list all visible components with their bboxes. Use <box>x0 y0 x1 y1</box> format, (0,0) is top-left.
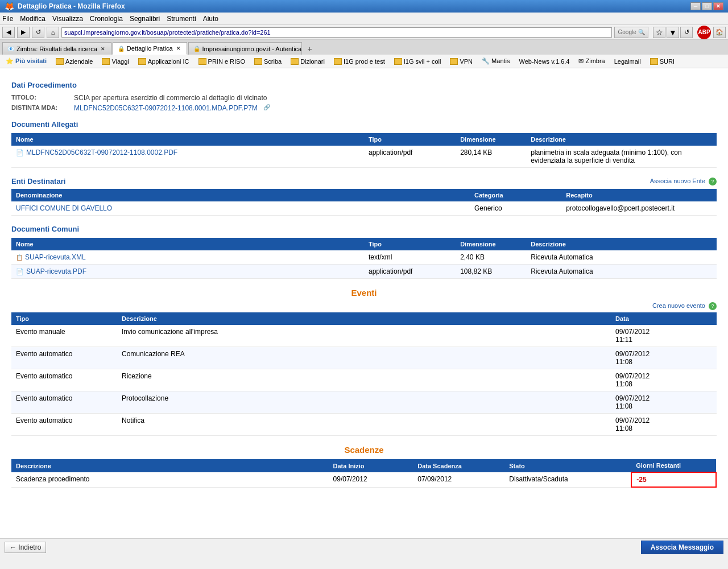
bookmark-piu-visitati[interactable]: ⭐ Più visitati <box>2 57 50 65</box>
doc-comuni-header: Documenti Comuni <box>11 225 717 233</box>
bookmark-button[interactable]: ☆ <box>653 27 665 38</box>
associa-ente-link[interactable]: Associa nuovo Ente <box>650 178 705 184</box>
col-nome-allegati: Nome <box>11 133 364 146</box>
bookmark-viaggi[interactable]: Viaggi <box>98 57 132 65</box>
menu-aiuto[interactable]: Aiuto <box>203 15 218 23</box>
associa-messaggio-button[interactable]: Associa Messaggio <box>641 541 723 554</box>
new-tab-button[interactable]: + <box>304 43 316 55</box>
bookmark-webnews[interactable]: Web-News v.1.6.4 <box>516 57 573 65</box>
menu-visualizza[interactable]: Visualizza <box>52 15 83 23</box>
bookmark-star[interactable]: ▼ <box>667 27 679 38</box>
comune-dim-cell-1: 2,40 KB <box>456 250 526 265</box>
evento-data-5: 09/07/201211:08 <box>611 414 717 436</box>
browser-icon: 🦊 <box>5 2 14 11</box>
tab-close-dettaglio[interactable]: ✕ <box>175 45 182 52</box>
col-categoria: Categoria <box>470 189 561 201</box>
tab-zimbra[interactable]: 📧 Zimbra: Risultati della ricerca ✕ <box>2 42 111 55</box>
dati-procedimento-header: Dati Procedimento <box>11 81 717 89</box>
titolo-value: SCIA per apertura esercizio di commercio… <box>74 94 267 102</box>
menu-bar: File Modifica Visualizza Cronologia Segn… <box>0 13 728 25</box>
ente-recapito-cell: protocollogavello@pcert.postecert.it <box>561 201 717 216</box>
search-button[interactable]: Google 🔍 <box>614 27 648 38</box>
table-row: 📄 MLDFNC52D05C632T-09072012-1108.0002.PD… <box>11 146 717 168</box>
abp-icon[interactable]: ABP <box>697 26 711 39</box>
title-bar: 🦊 Dettaglio Pratica - Mozilla Firefox ─ … <box>0 0 728 13</box>
scadenze-table: Descrizione Data Inizio Data Scadenza St… <box>11 459 717 488</box>
refresh-button[interactable]: ↺ <box>680 27 693 38</box>
menu-segnalibri[interactable]: Segnalibri <box>130 15 160 23</box>
col-denominazione: Denominazione <box>11 189 470 201</box>
back-button[interactable]: ◀ <box>2 27 15 38</box>
col-tipo-comuni: Tipo <box>364 238 456 250</box>
table-row: Evento automatico Ricezione 09/07/201211… <box>11 369 717 391</box>
bookmark-aziendale[interactable]: Aziendale <box>52 57 96 65</box>
main-content: Dati Procedimento TITOLO: SCIA per apert… <box>0 68 728 538</box>
evento-desc-2: Comunicazione REA <box>117 347 611 369</box>
home-button[interactable]: ⌂ <box>47 27 59 38</box>
minimize-button[interactable]: ─ <box>690 2 701 10</box>
bookmark-legalmail[interactable]: Legalmail <box>611 57 644 65</box>
tab-autenticazione[interactable]: 🔒 Impresainungiorno.gov.it - Autenticazi… <box>188 42 302 55</box>
doc-allegati-header: Documenti Allegati <box>11 120 717 129</box>
evento-tipo-3: Evento automatico <box>11 369 117 391</box>
col-tipo-eventi: Tipo <box>11 312 117 325</box>
forward-button[interactable]: ▶ <box>17 27 30 38</box>
evento-data-3: 09/07/201211:08 <box>611 369 717 391</box>
comune-nome-link-1[interactable]: SUAP-ricevuta.XML <box>25 253 86 261</box>
menu-strumenti[interactable]: Strumenti <box>167 15 196 23</box>
col-data-inizio: Data Inizio <box>329 459 413 472</box>
titolo-row: TITOLO: SCIA per apertura esercizio di c… <box>11 94 717 102</box>
table-row: Evento automatico Notifica 09/07/201211:… <box>11 414 717 436</box>
bottom-toolbar: ← Indietro Associa Messaggio <box>0 538 728 555</box>
window-controls[interactable]: ─ □ ✕ <box>690 2 723 10</box>
bookmark-i1g-svil[interactable]: I1G svil + coll <box>391 57 445 65</box>
scadenza-data-inizio-cell: 09/07/2012 <box>329 472 413 487</box>
bookmarks-bar: ⭐ Più visitati Aziendale Viaggi Applicaz… <box>0 55 728 68</box>
ente-categoria-cell: Generico <box>470 201 561 216</box>
evento-tipo-2: Evento automatico <box>11 347 117 369</box>
bookmark-applicazioni[interactable]: Applicazioni IC <box>135 57 193 65</box>
allegato-nome-link[interactable]: MLDFNC52D05C632T-09072012-1108.0002.PDF <box>26 149 177 156</box>
bookmark-zimbra[interactable]: ✉ Zimbra <box>575 57 608 65</box>
tab-close-zimbra[interactable]: ✕ <box>100 46 106 52</box>
col-desc-allegati: Descrizione <box>526 133 717 146</box>
eventi-section-title: Eventi <box>11 288 717 298</box>
evento-data-1: 09/07/201211:11 <box>611 325 717 347</box>
comune-nome-link-2[interactable]: SUAP-ricevuta.PDF <box>26 267 86 275</box>
tabs-bar: 📧 Zimbra: Risultati della ricerca ✕ 🔒 De… <box>0 40 728 55</box>
tab-dettaglio[interactable]: 🔒 Dettaglio Pratica ✕ <box>113 42 187 55</box>
close-button[interactable]: ✕ <box>713 2 723 10</box>
associa-ente-link-container: Associa nuovo Ente ? <box>650 178 717 185</box>
menu-file[interactable]: File <box>2 15 13 23</box>
comune-tipo-cell-2: application/pdf <box>364 265 456 279</box>
distinta-icon: 🔗 <box>263 104 270 112</box>
back-button-bottom[interactable]: ← Indietro <box>5 542 46 553</box>
associa-ente-info-icon: ? <box>709 178 717 185</box>
bookmark-i1g-prod[interactable]: I1G prod e test <box>330 57 388 65</box>
table-row: 📋 SUAP-ricevuta.XML text/xml 2,40 KB Ric… <box>11 250 717 265</box>
evento-desc-3: Ricezione <box>117 369 611 391</box>
ente-denominazione-link[interactable]: UFFICI COMUNE DI GAVELLO <box>16 204 112 212</box>
comune-nome-cell-1: 📋 SUAP-ricevuta.XML <box>11 250 364 265</box>
menu-cronologia[interactable]: Cronologia <box>90 15 123 23</box>
menu-modifica[interactable]: Modifica <box>20 15 46 23</box>
evento-data-4: 09/07/201211:08 <box>611 391 717 414</box>
crea-evento-link[interactable]: Crea nuovo evento <box>652 302 705 309</box>
bookmark-prin[interactable]: PRIN e RISO <box>195 57 249 65</box>
maximize-button[interactable]: □ <box>702 2 712 10</box>
bookmark-mantis[interactable]: 🔧 Mantis <box>478 57 513 65</box>
xml-icon: 📋 <box>16 254 23 261</box>
reload-button[interactable]: ↺ <box>32 27 44 38</box>
home-icon[interactable]: 🏠 <box>713 27 726 38</box>
bookmark-suri[interactable]: SURI <box>647 57 678 65</box>
evento-tipo-4: Evento automatico <box>11 391 117 414</box>
evento-desc-4: Protocollazione <box>117 391 611 414</box>
col-desc-eventi: Descrizione <box>117 312 611 325</box>
doc-comuni-table: Nome Tipo Dimensione Descrizione 📋 SUAP-… <box>11 238 717 279</box>
bookmark-scriba[interactable]: Scriba <box>251 57 285 65</box>
bookmark-dizionari[interactable]: Dizionari <box>287 57 328 65</box>
doc-allegati-table: Nome Tipo Dimensione Descrizione 📄 MLDFN… <box>11 133 717 168</box>
address-input[interactable] <box>61 27 612 38</box>
distinta-link[interactable]: MLDFNC52D05C632T-09072012-1108.0001.MDA.… <box>74 104 258 112</box>
bookmark-vpn[interactable]: VPN <box>446 57 476 65</box>
